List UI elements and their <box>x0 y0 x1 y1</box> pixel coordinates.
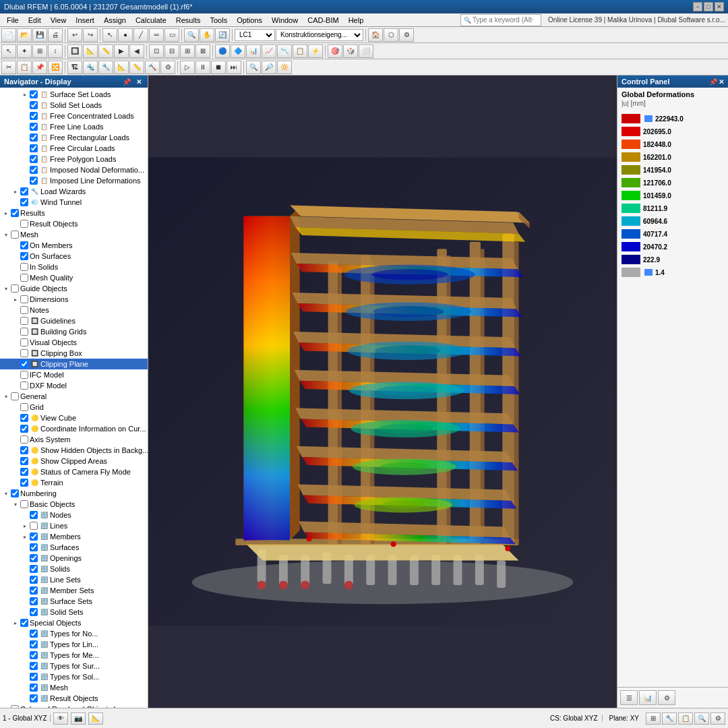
search-input[interactable] <box>473 16 533 24</box>
tree-item-24[interactable]: 🔲Clipping Box <box>0 348 148 359</box>
tb2-btn9[interactable]: ◀ <box>129 44 144 58</box>
tree-item-35[interactable]: 🟡Status of Camera Fly Mode <box>0 466 148 477</box>
tree-item-55[interactable]: 🔢Mesh <box>0 682 148 693</box>
tb3-btn12[interactable]: ▷ <box>180 61 195 74</box>
tree-item-15[interactable]: On Surfaces <box>0 251 148 262</box>
tb3-btn11[interactable]: ⚙ <box>160 61 175 74</box>
tree-item-0[interactable]: ▸📋Surface Set Loads <box>0 89 148 100</box>
cp-tb3[interactable]: ⚙ <box>658 690 675 705</box>
tree-checkbox-50[interactable] <box>30 630 38 638</box>
tb3-btn9[interactable]: 📏 <box>129 61 144 74</box>
menu-file[interactable]: File <box>3 15 23 26</box>
menu-options[interactable]: Options <box>233 15 266 26</box>
tb3-btn18[interactable]: 🔆 <box>277 61 292 74</box>
nav-pin-button[interactable]: 📌 <box>121 78 133 86</box>
menu-window[interactable]: Window <box>268 15 302 26</box>
tb2-btn5[interactable]: 🔲 <box>67 44 82 58</box>
tree-item-46[interactable]: 🔢Member Sets <box>0 585 148 596</box>
status-btn1[interactable]: 👁 <box>53 712 68 725</box>
status-tb1[interactable]: ⊞ <box>646 712 661 725</box>
tb3-btn6[interactable]: 🔩 <box>83 61 98 74</box>
tb3-btn7[interactable]: 🔧 <box>98 61 113 74</box>
tree-item-22[interactable]: 🔲Building Grids <box>0 326 148 337</box>
tree-checkbox-51[interactable] <box>30 640 38 648</box>
tree-item-12[interactable]: Result Objects <box>0 218 148 229</box>
tree-checkbox-4[interactable] <box>30 133 38 142</box>
tree-checkbox-10[interactable] <box>20 198 28 206</box>
tb2-btn17[interactable]: 📈 <box>262 44 276 58</box>
redo-button[interactable]: ↪ <box>83 28 98 42</box>
menu-calculate[interactable]: Calculate <box>131 15 171 26</box>
nav-close-button[interactable]: ✕ <box>134 78 144 86</box>
tree-checkbox-43[interactable] <box>30 554 38 562</box>
tree-item-19[interactable]: ▸Dimensions <box>0 294 148 305</box>
tree-checkbox-2[interactable] <box>30 112 38 120</box>
tree-item-53[interactable]: 🔢Types for Sur... <box>0 661 148 671</box>
menu-assign[interactable]: Assign <box>100 15 130 26</box>
tree-item-1[interactable]: 📋Solid Set Loads <box>0 100 148 111</box>
tree-checkbox-48[interactable] <box>30 608 38 616</box>
tree-checkbox-30[interactable] <box>20 414 28 422</box>
tree-item-48[interactable]: 🔢Solid Sets <box>0 607 148 617</box>
tb2-btn19[interactable]: 📋 <box>293 44 307 58</box>
tb3-btn16[interactable]: 🔍 <box>246 61 261 74</box>
tree-item-45[interactable]: 🔢Line Sets <box>0 574 148 585</box>
viewport[interactable] <box>148 75 617 708</box>
tree-item-31[interactable]: 🟡Coordinate Information on Cur... <box>0 423 148 434</box>
menu-insert[interactable]: Insert <box>71 15 98 26</box>
tree-item-14[interactable]: On Members <box>0 240 148 251</box>
tree-checkbox-23[interactable] <box>20 338 28 346</box>
cp-pin-button[interactable]: 📌 <box>709 78 717 86</box>
tree-checkbox-53[interactable] <box>30 662 38 670</box>
tree-checkbox-13[interactable] <box>11 231 19 239</box>
tree-item-42[interactable]: 🔢Surfaces <box>0 542 148 553</box>
new-button[interactable]: 📄 <box>1 28 16 42</box>
tb2-btn10[interactable]: ⊡ <box>149 44 164 58</box>
tree-item-13[interactable]: ▾Mesh <box>0 229 148 240</box>
tb3-btn13[interactable]: ⏸ <box>195 61 210 74</box>
tree-checkbox-52[interactable] <box>30 651 38 659</box>
status-tb2[interactable]: 🔧 <box>662 712 677 725</box>
tree-item-6[interactable]: 📋Free Polygon Loads <box>0 154 148 164</box>
wire-button[interactable]: ⬡ <box>384 28 398 42</box>
tree-item-29[interactable]: Grid <box>0 402 148 413</box>
status-btn3[interactable]: 📐 <box>88 712 103 725</box>
tree-item-21[interactable]: 🔲Guidelines <box>0 315 148 326</box>
tree-item-16[interactable]: In Solids <box>0 262 148 272</box>
render-button[interactable]: 🏠 <box>368 28 383 42</box>
tree-checkbox-7[interactable] <box>30 166 38 174</box>
tree-checkbox-5[interactable] <box>30 144 38 152</box>
tree-checkbox-56[interactable] <box>30 694 38 702</box>
surface-button[interactable]: ▭ <box>164 28 179 42</box>
tb3-btn8[interactable]: 📐 <box>114 61 129 74</box>
tree-checkbox-34[interactable] <box>20 457 28 465</box>
tb2-btn12[interactable]: ⊞ <box>180 44 195 58</box>
tree-item-49[interactable]: ▸Special Objects <box>0 617 148 628</box>
tree-checkbox-19[interactable] <box>20 295 28 303</box>
tree-checkbox-0[interactable] <box>30 90 38 98</box>
member-button[interactable]: ═ <box>149 28 164 42</box>
tree-checkbox-44[interactable] <box>30 565 38 573</box>
tree-item-40[interactable]: ▸🔢Lines <box>0 520 148 531</box>
status-tb4[interactable]: 🔍 <box>694 712 709 725</box>
tb3-btn15[interactable]: ⏭ <box>226 61 241 74</box>
menu-view[interactable]: View <box>47 15 71 26</box>
tree-checkbox-49[interactable] <box>20 619 28 627</box>
pan-button[interactable]: ✋ <box>200 28 214 42</box>
tree-item-25[interactable]: 🔲Clipping Plane <box>0 359 148 369</box>
tree-item-27[interactable]: DXF Model <box>0 380 148 391</box>
tree-item-37[interactable]: ▾Numbering <box>0 488 148 499</box>
tree-item-32[interactable]: Axis System <box>0 434 148 445</box>
cp-tb1[interactable]: ☰ <box>620 690 638 705</box>
tree-checkbox-33[interactable] <box>20 446 28 454</box>
tree-checkbox-16[interactable] <box>20 263 28 271</box>
menu-tools[interactable]: Tools <box>206 15 231 26</box>
tb2-btn20[interactable]: ⚡ <box>308 44 323 58</box>
tb2-btn6[interactable]: 📐 <box>83 44 98 58</box>
tree-item-5[interactable]: 📋Free Circular Loads <box>0 143 148 154</box>
tree-checkbox-24[interactable] <box>20 349 28 357</box>
tree-item-23[interactable]: Visual Objects <box>0 337 148 348</box>
node-button[interactable]: ● <box>118 28 133 42</box>
tb2-btn16[interactable]: 📊 <box>246 44 261 58</box>
tb2-btn1[interactable]: ↖ <box>1 44 16 58</box>
